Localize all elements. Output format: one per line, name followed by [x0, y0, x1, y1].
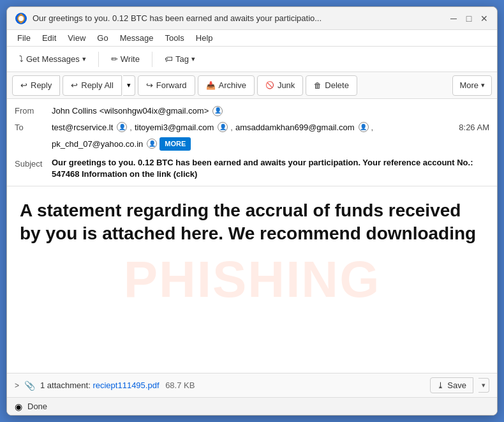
radio-icon: ◉ — [15, 402, 22, 412]
to-recipient-1: test@rcservice.lt — [52, 121, 113, 134]
menu-view[interactable]: View — [63, 32, 91, 44]
delete-button[interactable]: 🗑 Delete — [306, 75, 357, 96]
junk-button[interactable]: 🚫 Junk — [257, 75, 303, 96]
email-window: Our greetings to you. 0.12 BTC has been … — [6, 6, 498, 416]
toolbar-divider-1 — [98, 52, 99, 67]
to-recipient-2: titoyemi3@gmail.com — [135, 121, 214, 134]
to-label: To — [15, 121, 52, 134]
reply-all-dropdown[interactable]: ▾ — [123, 75, 135, 96]
more-button[interactable]: More ▾ — [452, 75, 492, 96]
tag-dropdown-icon: ▾ — [191, 55, 195, 63]
save-dropdown-button[interactable]: ▾ — [478, 378, 489, 393]
to-value-2: pk_chd_07@yahoo.co.in 👤 MORE — [52, 137, 489, 151]
menu-go[interactable]: Go — [92, 32, 113, 44]
from-row: From John Collins <wilsonhgw04ix@gmail.c… — [15, 103, 489, 119]
get-messages-label: Get Messages — [26, 54, 80, 64]
delete-icon: 🗑 — [314, 81, 322, 90]
menubar: File Edit View Go Message Tools Help — [7, 30, 497, 47]
menu-tools[interactable]: Tools — [159, 32, 189, 44]
minimize-button[interactable]: ─ — [448, 13, 459, 24]
close-button[interactable]: ✕ — [479, 13, 489, 24]
junk-label: Junk — [278, 80, 295, 90]
from-contact-icon[interactable]: 👤 — [212, 106, 223, 116]
tag-icon: 🏷 — [165, 54, 173, 64]
archive-icon: 📥 — [206, 81, 216, 90]
svg-point-1 — [19, 16, 24, 21]
menu-message[interactable]: Message — [115, 32, 159, 44]
archive-label: Archive — [219, 80, 246, 90]
delete-label: Delete — [325, 80, 349, 90]
statusbar: ◉ Done — [7, 397, 497, 415]
menu-edit[interactable]: Edit — [37, 32, 61, 44]
phishing-watermark: PHISHING — [124, 250, 381, 309]
email-body-text: A statement regarding the accrual of fun… — [20, 199, 484, 246]
from-label: From — [15, 105, 52, 117]
email-body: PHISHING A statement regarding the accru… — [7, 186, 497, 373]
subject-value: Our greetings to you. 0.12 BTC has been … — [52, 157, 489, 180]
junk-icon: 🚫 — [265, 81, 274, 89]
to-value: test@rcservice.lt 👤 , titoyemi3@gmail.co… — [52, 121, 489, 134]
from-name: John Collins — [52, 105, 97, 117]
attachment-count-text: 1 attachment: — [40, 381, 91, 390]
app-icon — [15, 12, 27, 25]
more-chevron-icon: ▾ — [481, 81, 485, 89]
from-value: John Collins <wilsonhgw04ix@gmail.com> 👤 — [52, 105, 489, 117]
forward-icon: ↪ — [146, 80, 153, 90]
reply-label: Reply — [31, 80, 52, 90]
tag-label: Tag — [175, 54, 189, 64]
attachment-size: 68.7 KB — [165, 381, 195, 390]
to-contact-icon-1[interactable]: 👤 — [117, 122, 127, 132]
get-messages-icon: ⤵ — [19, 54, 24, 64]
write-icon: ✏ — [111, 54, 118, 64]
write-label: Write — [121, 54, 140, 64]
reply-button[interactable]: ↩ Reply — [12, 75, 60, 96]
status-text: Done — [27, 402, 47, 411]
window-title: Our greetings to you. 0.12 BTC has been … — [33, 13, 443, 23]
attachment-filename[interactable]: reciept111495.pdf — [93, 381, 159, 390]
to-row-2: pk_chd_07@yahoo.co.in 👤 MORE — [15, 135, 489, 153]
main-toolbar: ⤵ Get Messages ▾ ✏ Write 🏷 Tag ▾ — [7, 47, 497, 72]
save-button[interactable]: ⤓ Save — [430, 377, 473, 393]
menu-file[interactable]: File — [12, 32, 36, 44]
from-email: <wilsonhgw04ix@gmail.com> — [100, 105, 209, 117]
to-contact-icon-2[interactable]: 👤 — [218, 122, 228, 132]
reply-all-chevron-icon: ▾ — [127, 81, 131, 89]
titlebar: Our greetings to you. 0.12 BTC has been … — [7, 7, 497, 30]
reply-all-label: Reply All — [81, 80, 114, 90]
forward-button[interactable]: ↪ Forward — [138, 75, 195, 96]
get-messages-dropdown-icon: ▾ — [82, 55, 86, 63]
attachment-expand-button[interactable]: > — [15, 381, 19, 390]
attachment-clip-icon: 📎 — [24, 381, 35, 391]
subject-row: Subject Our greetings to you. 0.12 BTC h… — [15, 155, 489, 182]
attachment-bar: > 📎 1 attachment: reciept111495.pdf 68.7… — [7, 373, 497, 397]
save-label: Save — [447, 381, 466, 390]
write-button[interactable]: ✏ Write — [104, 51, 147, 67]
attachment-count: 1 attachment: reciept111495.pdf 68.7 KB — [40, 381, 195, 390]
to-recipient-3: amsaddamkhan699@gmail.com — [235, 121, 355, 134]
to-recipient-4: pk_chd_07@yahoo.co.in — [52, 138, 143, 151]
tag-button[interactable]: 🏷 Tag ▾ — [158, 51, 202, 67]
forward-label: Forward — [156, 80, 187, 90]
reply-all-icon: ↩ — [71, 80, 78, 90]
to-contact-icon-3[interactable]: 👤 — [359, 122, 369, 132]
menu-help[interactable]: Help — [191, 32, 218, 44]
to-contact-icon-4[interactable]: 👤 — [147, 139, 157, 149]
subject-label: Subject — [15, 157, 52, 170]
email-header: From John Collins <wilsonhgw04ix@gmail.c… — [7, 99, 497, 186]
more-recipients-badge[interactable]: MORE — [159, 137, 191, 151]
to-row: To test@rcservice.lt 👤 , titoyemi3@gmail… — [15, 119, 489, 136]
toolbar-divider-2 — [152, 52, 152, 67]
reply-all-button[interactable]: ↩ Reply All — [63, 75, 122, 96]
email-time: 8:26 AM — [459, 121, 489, 134]
save-chevron-icon: ▾ — [482, 381, 485, 389]
archive-button[interactable]: 📥 Archive — [198, 75, 255, 96]
window-controls: ─ □ ✕ — [448, 13, 489, 24]
action-toolbar: ↩ Reply ↩ Reply All ▾ ↪ Forward 📥 Archiv… — [7, 72, 497, 99]
more-label: More — [459, 80, 478, 90]
reply-icon: ↩ — [20, 80, 27, 90]
get-messages-button[interactable]: ⤵ Get Messages ▾ — [12, 51, 93, 67]
maximize-button[interactable]: □ — [464, 13, 474, 24]
save-icon: ⤓ — [437, 381, 444, 390]
